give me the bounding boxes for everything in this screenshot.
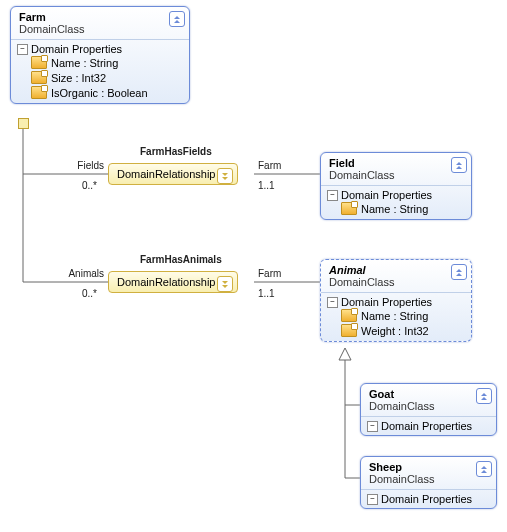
multiplicity-label: 1..1	[258, 180, 275, 191]
class-name: Goat	[369, 388, 476, 400]
property-row[interactable]: Name : String	[17, 55, 183, 70]
collapse-icon[interactable]	[476, 388, 492, 404]
class-header: Goat DomainClass	[361, 384, 496, 416]
property-icon	[31, 71, 47, 84]
properties-section: −Domain Properties Name : String Weight …	[321, 292, 471, 341]
multiplicity-label: 0..*	[82, 288, 97, 299]
property-row[interactable]: Size : Int32	[17, 70, 183, 85]
collapse-icon[interactable]	[451, 264, 467, 280]
class-name: Field	[329, 157, 451, 169]
class-name: Animal	[329, 264, 451, 276]
property-row[interactable]: Weight : Int32	[327, 323, 465, 338]
property-row[interactable]: IsOrganic : Boolean	[17, 85, 183, 100]
class-stereotype: DomainClass	[369, 473, 476, 485]
minus-icon[interactable]: −	[17, 44, 28, 55]
class-name: Sheep	[369, 461, 476, 473]
role-label: Animals	[50, 268, 104, 279]
class-header: Animal DomainClass	[321, 260, 471, 292]
multiplicity-label: 1..1	[258, 288, 275, 299]
class-field[interactable]: Field DomainClass −Domain Properties Nam…	[320, 152, 472, 220]
property-row[interactable]: Name : String	[327, 308, 465, 323]
properties-section: −Domain Properties	[361, 489, 496, 508]
relationship-name: FarmHasAnimals	[140, 254, 222, 265]
class-stereotype: DomainClass	[19, 23, 169, 35]
relationship-name: FarmHasFields	[140, 146, 212, 157]
role-label: Farm	[258, 160, 281, 171]
expand-icon[interactable]	[217, 168, 233, 184]
minus-icon[interactable]: −	[327, 297, 338, 308]
relationship-farmhasanimals[interactable]: DomainRelationship	[108, 271, 238, 293]
collapse-icon[interactable]	[169, 11, 185, 27]
role-label: Farm	[258, 268, 281, 279]
class-farm[interactable]: Farm DomainClass −Domain Properties Name…	[10, 6, 190, 104]
class-header: Farm DomainClass	[11, 7, 189, 39]
class-stereotype: DomainClass	[329, 276, 451, 288]
properties-section: −Domain Properties Name : String	[321, 185, 471, 219]
minus-icon[interactable]: −	[327, 190, 338, 201]
property-icon	[341, 324, 357, 337]
class-goat[interactable]: Goat DomainClass −Domain Properties	[360, 383, 497, 436]
port-icon[interactable]	[18, 118, 29, 129]
minus-icon[interactable]: −	[367, 421, 378, 432]
class-header: Sheep DomainClass	[361, 457, 496, 489]
property-row[interactable]: Name : String	[327, 201, 465, 216]
property-icon	[341, 202, 357, 215]
expand-icon[interactable]	[217, 276, 233, 292]
relationship-farmhasfields[interactable]: DomainRelationship	[108, 163, 238, 185]
class-stereotype: DomainClass	[369, 400, 476, 412]
class-animal[interactable]: Animal DomainClass −Domain Properties Na…	[320, 259, 472, 342]
class-sheep[interactable]: Sheep DomainClass −Domain Properties	[360, 456, 497, 509]
properties-section: −Domain Properties Name : String Size : …	[11, 39, 189, 103]
collapse-icon[interactable]	[476, 461, 492, 477]
class-name: Farm	[19, 11, 169, 23]
minus-icon[interactable]: −	[367, 494, 378, 505]
collapse-icon[interactable]	[451, 157, 467, 173]
class-stereotype: DomainClass	[329, 169, 451, 181]
class-header: Field DomainClass	[321, 153, 471, 185]
property-icon	[341, 309, 357, 322]
role-label: Fields	[58, 160, 104, 171]
properties-section: −Domain Properties	[361, 416, 496, 435]
multiplicity-label: 0..*	[82, 180, 97, 191]
property-icon	[31, 86, 47, 99]
property-icon	[31, 56, 47, 69]
